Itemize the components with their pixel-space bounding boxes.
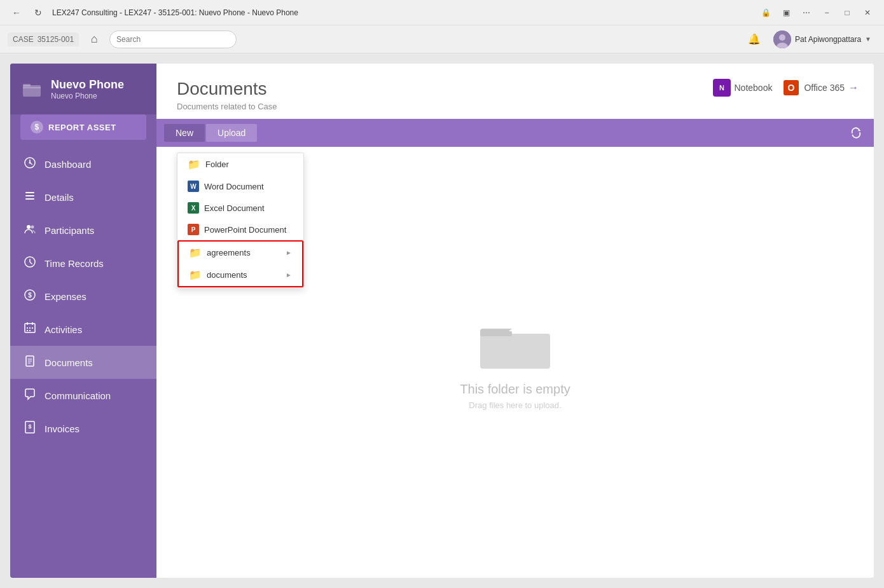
sidebar-nav: Dashboard Details	[10, 147, 156, 578]
office365-icon: O	[782, 79, 800, 97]
sidebar-subtitle: Nuevo Phone	[51, 92, 124, 100]
dropdown-folder-section: 📁 agreements ► 📁 documents ►	[177, 240, 303, 287]
sidebar-item-invoices[interactable]: $ Invoices	[10, 412, 156, 445]
svg-rect-8	[25, 195, 34, 196]
communication-icon	[23, 388, 37, 403]
main-content: Documents Documents related to Case N No…	[156, 64, 874, 578]
dropdown-item-excel[interactable]: X Excel Document	[177, 197, 303, 219]
report-asset-label: REPORT ASSET	[48, 123, 116, 132]
minimize-button[interactable]: −	[818, 4, 836, 22]
lock-icon-button[interactable]: 🔒	[757, 4, 775, 22]
time-records-label: Time Records	[45, 258, 104, 269]
sidebar-folder-icon	[20, 78, 43, 100]
dropdown-item-documents[interactable]: 📁 documents ►	[179, 264, 302, 286]
back-button[interactable]: ←	[8, 4, 25, 22]
empty-text: This folder is empty	[460, 382, 570, 397]
office365-arrow: →	[848, 82, 859, 93]
report-asset-icon: $	[31, 121, 43, 133]
documents-icon	[23, 355, 37, 370]
agreements-label: agreements	[207, 248, 251, 257]
sidebar-item-activities[interactable]: Activities	[10, 313, 156, 346]
upload-button[interactable]: Upload	[206, 124, 257, 142]
page-subtitle: Documents related to Case	[177, 102, 853, 111]
expenses-icon: $	[23, 289, 37, 304]
dropdown-item-ppt[interactable]: P PowerPoint Document	[177, 219, 303, 240]
sidebar: Nuevo Phone Nuevo Phone $ REPORT ASSET	[10, 64, 156, 578]
svg-point-10	[27, 225, 31, 229]
maximize-button[interactable]: □	[838, 4, 856, 22]
sidebar-item-documents[interactable]: Documents	[10, 346, 156, 379]
refresh-title-button[interactable]: ↻	[29, 4, 47, 22]
svg-rect-9	[25, 198, 34, 200]
dropdown-menu: 📁 Folder W Word Document X Excel Documen…	[177, 153, 304, 288]
empty-folder-graphic	[477, 315, 553, 372]
documents-chevron: ►	[286, 271, 292, 278]
sidebar-item-participants[interactable]: Participants	[10, 214, 156, 247]
dashboard-label: Dashboard	[45, 159, 91, 170]
sidebar-item-details[interactable]: Details	[10, 181, 156, 214]
app-content: Nuevo Phone Nuevo Phone $ REPORT ASSET	[0, 53, 884, 588]
details-label: Details	[45, 192, 74, 203]
participants-label: Participants	[45, 225, 94, 236]
refresh-button[interactable]	[846, 123, 866, 143]
title-bar-nav: ← ↻	[8, 4, 47, 22]
activities-label: Activities	[45, 324, 82, 335]
excel-icon: X	[188, 202, 199, 214]
documents-folder-label: documents	[207, 270, 247, 280]
details-icon	[23, 189, 37, 205]
svg-rect-21	[27, 330, 28, 331]
case-number: 35125-001	[38, 35, 74, 44]
time-records-icon	[23, 256, 37, 271]
sidebar-item-expenses[interactable]: $ Expenses	[10, 280, 156, 313]
dropdown-item-word[interactable]: W Word Document	[177, 175, 303, 197]
browser-title: LEX247 Consulting - LEX247 - 35125-001: …	[52, 8, 752, 17]
svg-rect-19	[29, 327, 31, 329]
user-name: Pat Apiwongpattara	[795, 35, 861, 44]
office365-link[interactable]: O Office 365 →	[782, 79, 859, 97]
close-button[interactable]: ✕	[859, 4, 876, 22]
dropdown-item-folder[interactable]: 📁 Folder	[177, 153, 303, 175]
sidebar-title: Nuevo Phone	[51, 78, 124, 92]
svg-text:N: N	[719, 84, 724, 92]
toolbar: New Upload	[156, 119, 874, 147]
sidebar-item-dashboard[interactable]: Dashboard	[10, 147, 156, 181]
communication-label: Communication	[45, 390, 111, 401]
dashboard-icon	[23, 156, 37, 172]
svg-rect-31	[480, 331, 512, 336]
user-area[interactable]: Pat Apiwongpattara ▼	[768, 28, 876, 51]
sidebar-item-time-records[interactable]: Time Records	[10, 247, 156, 280]
svg-point-6	[29, 162, 31, 164]
activities-icon	[23, 322, 37, 337]
share-button[interactable]: ▣	[777, 4, 795, 22]
dropdown-folder-label: Folder	[205, 160, 229, 169]
sidebar-title-area: Nuevo Phone Nuevo Phone	[51, 78, 124, 100]
new-button[interactable]: New	[164, 124, 205, 142]
report-asset-button[interactable]: $ REPORT ASSET	[20, 114, 146, 140]
user-dropdown-arrow: ▼	[865, 36, 871, 43]
svg-rect-3	[23, 85, 41, 97]
svg-point-11	[31, 226, 34, 229]
notebook-link[interactable]: N Notebook	[713, 79, 773, 97]
svg-rect-4	[23, 84, 31, 86]
avatar	[773, 31, 791, 48]
home-button[interactable]: ⌂	[84, 29, 104, 50]
svg-rect-22	[29, 330, 31, 331]
sidebar-item-communication[interactable]: Communication	[10, 379, 156, 412]
more-button[interactable]: ⋯	[798, 4, 815, 22]
search-input[interactable]	[109, 31, 237, 48]
office365-label: Office 365	[804, 83, 845, 93]
notification-bell[interactable]: 🔔	[745, 31, 763, 48]
svg-rect-16	[27, 322, 28, 325]
dropdown-item-agreements[interactable]: 📁 agreements ►	[179, 242, 302, 264]
svg-text:O: O	[788, 83, 795, 93]
case-label: CASE 35125-001	[8, 32, 79, 46]
svg-rect-18	[27, 327, 28, 329]
svg-point-1	[779, 34, 785, 41]
address-bar: CASE 35125-001 ⌂ 🔔 Pat Apiwongpattara ▼	[0, 25, 884, 53]
empty-subtext: Drag files here to upload.	[469, 400, 561, 410]
sidebar-header: Nuevo Phone Nuevo Phone	[10, 64, 156, 114]
external-links: N Notebook O Office 365 →	[713, 79, 859, 97]
notebook-label: Notebook	[735, 83, 773, 93]
svg-rect-20	[32, 327, 33, 329]
ppt-icon: P	[188, 224, 199, 235]
